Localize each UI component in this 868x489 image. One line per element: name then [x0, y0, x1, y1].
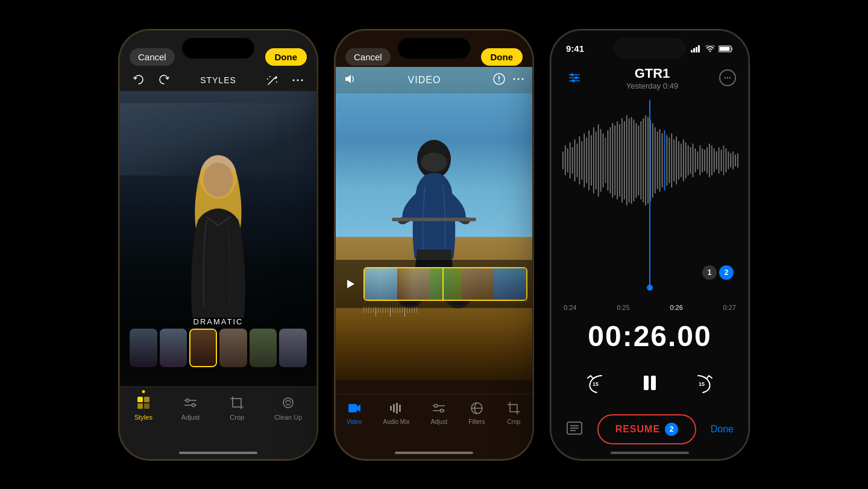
- timeline-area: [336, 260, 532, 308]
- phone-1: Cancel Done: [119, 30, 318, 460]
- svg-rect-43: [399, 405, 401, 412]
- track-badge-1[interactable]: 1: [702, 265, 717, 280]
- svg-rect-107: [655, 127, 656, 194]
- tab-filters[interactable]: Filters: [468, 400, 485, 425]
- svg-point-63: [575, 77, 578, 80]
- style-thumb-3-active[interactable]: [189, 329, 217, 367]
- svg-point-2: [276, 81, 277, 83]
- phone3-done-button[interactable]: Done: [711, 424, 734, 435]
- svg-rect-55: [698, 45, 700, 52]
- tab-adjust[interactable]: Adjust: [430, 400, 447, 425]
- magic-icon[interactable]: [263, 71, 281, 89]
- skip-forward-button[interactable]: 15: [688, 368, 717, 397]
- more-options-icon[interactable]: [289, 71, 307, 89]
- style-thumb-1[interactable]: [130, 329, 157, 367]
- svg-rect-87: [607, 130, 608, 191]
- svg-rect-8: [137, 397, 143, 402]
- pause-button[interactable]: [635, 368, 664, 397]
- memo-title-group: GTR1 Yesterday 0:49: [585, 66, 719, 90]
- svg-rect-78: [586, 137, 587, 183]
- svg-rect-101: [640, 121, 641, 200]
- svg-text:15: 15: [699, 381, 705, 387]
- video-frame: [336, 93, 532, 380]
- svg-rect-98: [634, 119, 635, 201]
- phone2-done-button[interactable]: Done: [481, 48, 523, 66]
- phone1-cancel-button[interactable]: Cancel: [130, 48, 175, 66]
- svg-rect-144: [644, 376, 649, 390]
- play-button[interactable]: [341, 274, 360, 294]
- svg-rect-97: [631, 117, 632, 204]
- waveform-container: GTR1 Yesterday 0:49: [561, 61, 738, 407]
- redo-icon[interactable]: [155, 71, 173, 89]
- style-thumb-2[interactable]: [160, 329, 187, 367]
- svg-rect-54: [696, 47, 697, 52]
- svg-rect-85: [603, 133, 604, 188]
- phone1-done-button[interactable]: Done: [265, 48, 307, 66]
- memo-more-button[interactable]: [719, 69, 736, 86]
- phone1-toolbar: STYLES: [120, 68, 316, 92]
- tab-audiomix[interactable]: Audio Mix: [383, 400, 410, 425]
- svg-rect-80: [591, 135, 592, 186]
- svg-rect-57: [732, 47, 733, 50]
- svg-rect-104: [647, 117, 649, 204]
- svg-point-12: [186, 399, 189, 402]
- svg-rect-100: [638, 125, 639, 195]
- video-more-icon[interactable]: [512, 72, 525, 88]
- tab-audiomix-label: Audio Mix: [383, 418, 410, 425]
- svg-rect-130: [709, 144, 710, 177]
- phone2-cancel-button[interactable]: Cancel: [345, 48, 391, 66]
- svg-point-47: [441, 409, 444, 412]
- skip-back-button[interactable]: 15: [582, 368, 611, 397]
- svg-rect-11: [144, 403, 149, 409]
- svg-rect-41: [393, 404, 395, 412]
- svg-rect-106: [652, 123, 653, 198]
- style-thumb-5[interactable]: [250, 329, 277, 367]
- playback-controls: 15 15: [561, 368, 738, 397]
- nav-styles[interactable]: Styles: [134, 394, 153, 421]
- phone1-toolbar-left: [130, 71, 173, 89]
- svg-rect-135: [721, 150, 722, 171]
- nav-crop[interactable]: Crop: [228, 394, 245, 421]
- time-marker-0: 0:24: [564, 304, 576, 311]
- phone-2: Cancel Done VIDEO: [335, 30, 533, 460]
- adjust-icon: [182, 394, 199, 411]
- track-badge-2[interactable]: 2: [719, 265, 734, 280]
- svg-rect-30: [392, 218, 476, 221]
- cleanup-icon: [280, 394, 297, 411]
- phone2-home-indicator: [395, 452, 473, 454]
- tab-video[interactable]: Video: [347, 400, 362, 425]
- style-thumb-4[interactable]: [219, 329, 247, 367]
- svg-rect-119: [683, 139, 684, 181]
- status-time: 9:41: [566, 43, 584, 54]
- svg-rect-139: [730, 153, 731, 168]
- svg-point-27: [421, 153, 447, 172]
- tab-crop[interactable]: Crop: [506, 400, 521, 425]
- undo-icon[interactable]: [130, 71, 148, 89]
- svg-rect-134: [719, 147, 720, 174]
- svg-rect-99: [635, 123, 637, 198]
- svg-point-44: [435, 404, 438, 407]
- waveform-area[interactable]: 1 2: [561, 100, 738, 301]
- style-thumb-6[interactable]: [279, 329, 307, 367]
- svg-point-1: [267, 78, 268, 80]
- nav-cleanup[interactable]: Clean Up: [274, 394, 302, 421]
- svg-point-5: [301, 79, 303, 81]
- resume-button[interactable]: RESUME 2: [597, 414, 696, 444]
- svg-rect-69: [565, 145, 566, 175]
- video-options-icon[interactable]: [492, 72, 506, 88]
- timeline-strip[interactable]: [363, 267, 527, 301]
- phone2-screen: Cancel Done VIDEO: [336, 31, 532, 459]
- svg-point-64: [572, 80, 575, 83]
- memo-list-icon[interactable]: [566, 420, 583, 439]
- svg-rect-129: [706, 147, 708, 174]
- svg-rect-128: [704, 150, 705, 171]
- filter-button[interactable]: [564, 67, 585, 89]
- nav-adjust-label: Adjust: [181, 414, 200, 421]
- volume-icon[interactable]: [343, 72, 356, 88]
- time-marker-2: 0:26: [670, 304, 682, 311]
- nav-adjust[interactable]: Adjust: [181, 394, 200, 421]
- svg-rect-126: [699, 145, 700, 175]
- svg-rect-111: [664, 130, 665, 191]
- svg-point-65: [725, 77, 726, 78]
- svg-rect-108: [657, 131, 658, 189]
